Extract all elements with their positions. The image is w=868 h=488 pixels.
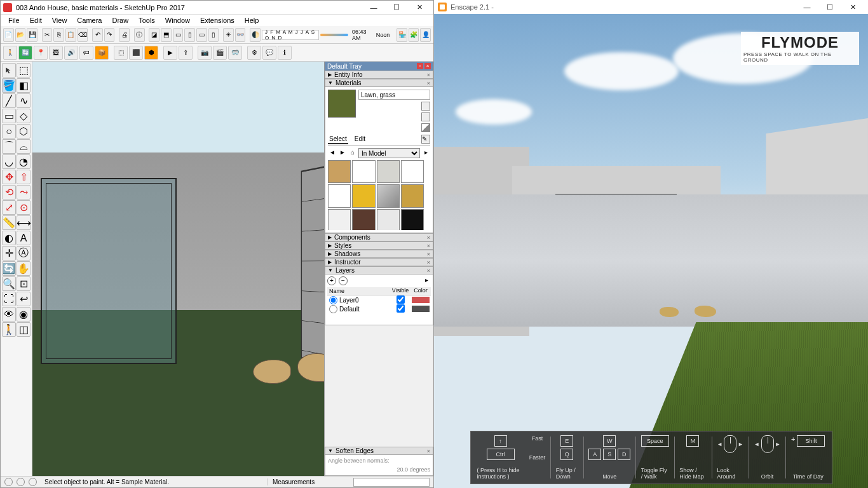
material-swatch[interactable] <box>352 184 375 207</box>
extension-warehouse-icon[interactable]: 🧩 <box>409 28 419 42</box>
walkthrough-icon[interactable]: 🚶 <box>3 46 17 60</box>
status-help-icon[interactable] <box>17 478 25 486</box>
eyedropper-icon[interactable]: ✎ <box>421 135 430 144</box>
rotate-tool[interactable]: ⟲ <box>2 185 16 200</box>
left-view-icon[interactable]: ▯ <box>208 28 219 42</box>
back-view-icon[interactable]: ▭ <box>196 28 207 42</box>
material-swatch[interactable] <box>328 160 351 183</box>
material-swatch[interactable] <box>352 209 375 231</box>
zoom-extents-tool[interactable]: ⛶ <box>2 292 16 306</box>
menu-camera[interactable]: Camera <box>72 15 107 25</box>
layer-row[interactable]: Default <box>327 304 431 313</box>
xray-icon[interactable]: 👓 <box>235 28 246 42</box>
enscape-export-icon[interactable]: ⇪ <box>179 46 193 60</box>
shadow-toggle-icon[interactable]: ☀ <box>223 28 234 42</box>
front-view-icon[interactable]: ▭ <box>173 28 184 42</box>
dimension-tool[interactable]: ⟷ <box>17 215 31 230</box>
print-icon[interactable]: 🖨 <box>119 28 130 42</box>
tray-pin-icon[interactable]: ▫ <box>417 63 423 69</box>
menu-extensions[interactable]: Extensions <box>195 15 240 25</box>
location-icon[interactable]: 📍 <box>34 46 48 60</box>
paint-bucket-tool[interactable]: 🪣 <box>2 78 16 93</box>
layers-col-name[interactable]: Name <box>327 287 390 295</box>
enscape-viewport[interactable]: FLYMODE PRESS SPACE TO WALK ON THE GROUN… <box>434 14 868 488</box>
menu-view[interactable]: View <box>47 15 72 25</box>
nav-menu-icon[interactable]: ▸ <box>421 149 430 158</box>
freehand-tool[interactable]: ∿ <box>17 93 31 108</box>
new-file-icon[interactable]: 📄 <box>3 28 14 42</box>
cut-icon[interactable]: ✂ <box>42 28 53 42</box>
rotated-rect-tool[interactable]: ◇ <box>17 109 31 123</box>
set-default-icon[interactable] <box>421 112 430 121</box>
status-user-icon[interactable] <box>29 478 37 486</box>
sync-icon[interactable]: 🔄 <box>18 46 32 60</box>
warehouse-icon[interactable]: 🏪 <box>397 28 407 42</box>
time-slider[interactable] <box>320 34 348 36</box>
erase-icon[interactable]: ⌫ <box>78 28 88 42</box>
panel-soften-edges[interactable]: ▼Soften Edges× <box>325 447 433 455</box>
look-around-tool[interactable]: ◉ <box>17 307 31 322</box>
circle-tool[interactable]: ○ <box>2 124 16 139</box>
layer-visible-checkbox[interactable] <box>397 295 405 304</box>
sandbox-icon[interactable]: ⬚ <box>114 46 128 60</box>
walk-tool[interactable]: 🚶 <box>2 322 16 337</box>
nav-back-icon[interactable]: ◄ <box>328 149 337 158</box>
copy-icon[interactable]: ⎘ <box>53 28 64 42</box>
save-icon[interactable]: 💾 <box>27 28 37 42</box>
section-icon[interactable]: ⬛ <box>129 46 143 60</box>
tape-tool[interactable]: 📏 <box>2 215 16 230</box>
material-library-select[interactable]: In Model <box>358 148 420 158</box>
layers-col-visible[interactable]: Visible <box>390 287 410 295</box>
menu-window[interactable]: Window <box>160 15 195 25</box>
move-tool[interactable]: ✥ <box>2 170 16 184</box>
panel-instructor[interactable]: ▶Instructor× <box>325 258 433 266</box>
material-preview-swatch[interactable] <box>328 90 356 118</box>
pushpull-tool[interactable]: ⇧ <box>17 170 31 184</box>
panel-shadows[interactable]: ▶Shadows× <box>325 250 433 258</box>
zoom-tool[interactable]: 🔍 <box>2 276 16 291</box>
position-camera-tool[interactable]: 👁 <box>2 307 16 322</box>
display-pane-icon[interactable] <box>421 123 430 132</box>
followme-tool[interactable]: ⤳ <box>17 185 31 200</box>
enscape-minimize-button[interactable]: — <box>796 1 818 13</box>
close-button[interactable]: ✕ <box>408 1 431 14</box>
text-tool[interactable]: A <box>17 231 31 245</box>
minimize-button[interactable]: — <box>362 1 385 14</box>
layer-color-swatch[interactable] <box>412 306 430 312</box>
eraser-tool[interactable]: ◧ <box>17 78 31 93</box>
shadow-icon[interactable]: 🌓 <box>250 28 261 42</box>
menu-tools[interactable]: Tools <box>133 15 160 25</box>
3dtext-tool[interactable]: Ⓐ <box>17 246 31 261</box>
protractor-tool[interactable]: ◐ <box>2 231 16 245</box>
menu-edit[interactable]: Edit <box>25 15 47 25</box>
remove-layer-button[interactable]: − <box>339 276 348 285</box>
materials-tab-select[interactable]: Select <box>328 135 348 144</box>
select-tool[interactable] <box>2 63 16 78</box>
nav-fwd-icon[interactable]: ► <box>338 149 347 158</box>
create-material-icon[interactable] <box>421 102 430 111</box>
orbit-tool[interactable]: 🔄 <box>2 261 16 276</box>
offset-tool[interactable]: ⊙ <box>17 200 31 215</box>
layer-active-radio[interactable] <box>329 296 337 304</box>
tag-icon[interactable]: 🏷 <box>79 46 93 60</box>
enscape-about-icon[interactable]: ℹ <box>278 46 292 60</box>
menu-draw[interactable]: Draw <box>107 15 133 25</box>
enscape-vr-icon[interactable]: 🥽 <box>228 46 242 60</box>
section-plane-tool[interactable]: ◫ <box>17 322 31 337</box>
pie-tool[interactable]: ◔ <box>17 154 31 169</box>
material-swatch[interactable] <box>377 160 400 183</box>
line-tool[interactable]: ╱ <box>2 93 16 108</box>
polygon-tool[interactable]: ⬡ <box>17 124 31 139</box>
sound-icon[interactable]: 🔊 <box>64 46 78 60</box>
measurements-input[interactable] <box>353 478 430 487</box>
arc2-tool[interactable]: ⌓ <box>17 139 31 154</box>
enscape-screenshot-icon[interactable]: 📷 <box>198 46 212 60</box>
enscape-start-icon[interactable]: ▶ <box>163 46 177 60</box>
enscape-settings-icon[interactable]: ⚙ <box>247 46 261 60</box>
arc3-tool[interactable]: ◡ <box>2 154 16 169</box>
warehouse-3d-icon[interactable]: 📦 <box>95 46 109 60</box>
panel-entity-info[interactable]: ▶Entity Info× <box>325 71 433 79</box>
model-info-icon[interactable]: ⓘ <box>134 28 145 42</box>
photo-icon[interactable]: 🖼 <box>49 46 63 60</box>
previous-view-tool[interactable]: ↩ <box>17 292 31 306</box>
